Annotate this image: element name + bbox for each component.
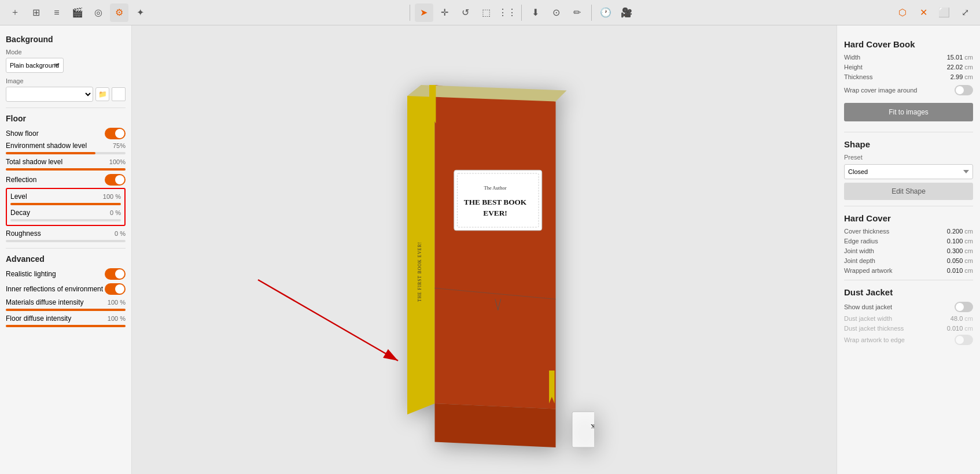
roughness-value: 0 % [115,230,126,237]
wrapped-artwork-label: Wrapped artwork [844,267,893,274]
total-shadow-slider[interactable] [6,168,126,171]
menu-btn[interactable]: ≡ [47,3,66,22]
front-label: The Author THE BEST BOOK EVER! [454,170,542,231]
hard-cover-title: Hard Cover [844,213,973,223]
height-row: Height 22.02 cm [844,64,973,71]
thickness-row: Thickness 2.99 cm [844,73,973,80]
reflection-label: Reflection [6,176,36,184]
dust-jacket-thickness-row: Dust jacket thickness 0.010 cm [844,325,973,332]
realistic-lighting-toggle[interactable] [105,268,126,280]
fit-to-images-btn[interactable]: Fit to images [844,103,973,121]
rdivider1 [844,132,973,132]
camera-btn[interactable]: 🎥 [617,3,636,22]
level-slider[interactable] [10,203,121,205]
target-btn[interactable]: ◎ [89,3,108,22]
width-row: Width 15.01 cm [844,54,973,61]
show-floor-row: Show floor [6,128,126,139]
layout-btn[interactable]: ⊞ [27,3,45,22]
zoom-btn[interactable]: ⊙ [547,3,566,22]
materials-diffuse-slider[interactable] [6,309,126,311]
cover-thickness-value: 0.200 cm [947,228,973,235]
highlight-box: Level 100 % Decay 0 % [6,188,126,226]
joint-width-value: 0.300 cm [947,247,973,254]
folder-btn[interactable]: 📁 [95,87,109,101]
reflection-toggle[interactable] [105,174,126,186]
dust-jacket-width-value: 48.0 cm [950,315,973,322]
cursor-btn[interactable]: ➤ [415,3,433,22]
book-title: Hard Cover Book [844,39,973,49]
label-title-2: EVER! [483,209,507,217]
wrap-artwork-label: Wrap artwork to edge [844,336,905,343]
dust-jacket-width-row: Dust jacket width 48.0 cm [844,315,973,322]
toolbar: ＋ ⊞ ≡ 🎬 ◎ ⚙ ✦ ➤ ✛ ↺ ⬚ ⋮⋮ ⬇ ⊙ ✏ 🕐 🎥 ⬡ ✕ ⬜… [0,0,980,25]
wrap-artwork-toggle[interactable] [955,335,973,345]
floor-diffuse-slider[interactable] [6,325,126,327]
level-row: Level 100 % [10,192,121,201]
sep2 [521,5,522,21]
rdivider3 [844,280,973,280]
decay-label: Decay [10,209,30,217]
width-label: Width [844,54,860,61]
fd-fill [6,325,126,327]
book-front [435,85,556,409]
divider2 [6,248,126,249]
clock-btn[interactable]: 🕐 [596,3,615,22]
edge-radius-row: Edge radius 0.100 cm [844,238,973,245]
canvas-area[interactable]: The Author THE BEST BOOK EVER! THE FIRST… [132,25,837,474]
expand-btn[interactable]: ⤢ [956,3,974,22]
inner-reflections-row: Inner reflections of environment [6,283,126,295]
height-label: Height [844,64,863,71]
screen-btn[interactable]: ⬚ [477,3,496,22]
book-bottom-face [435,403,556,447]
wrapped-artwork-row: Wrapped artwork 0.010 cm [844,267,973,274]
total-shadow-row: Total shadow level 100% [6,158,126,166]
roughness-label: Roughness [6,229,41,238]
dust-jacket-toggle[interactable] [955,302,973,312]
wrap-artwork-row: Wrap artwork to edge [844,335,973,345]
brightness-btn[interactable]: ✦ [131,3,149,22]
image-dropdown[interactable] [6,87,93,102]
ribbon-top [429,85,436,124]
floor-diffuse-row: Floor diffuse intensity 100 % [6,314,126,323]
show-floor-toggle[interactable] [105,128,126,139]
wrap-toggle[interactable] [955,85,973,95]
image-row: 📁 [6,87,126,102]
rotate-btn[interactable]: ↺ [456,3,475,22]
show-dust-jacket-label: Show dust jacket [844,303,892,310]
joint-depth-label: Joint depth [844,257,875,264]
window-btn[interactable]: ⬜ [935,3,953,22]
wrap-row: Wrap cover image around [844,85,973,95]
mode-dropdown[interactable]: Plain background [6,58,64,73]
settings-btn[interactable]: ⚙ [110,3,128,22]
edge-radius-value: 0.100 cm [947,238,973,245]
materials-diffuse-value: 100 % [108,299,126,306]
total-shadow-fill [6,168,126,171]
preset-label: Preset [844,154,973,161]
left-panel: Background Mode Plain background Image 📁… [0,25,132,474]
wrapped-artwork-value: 0.010 cm [947,267,973,274]
rdivider2 [844,206,973,206]
preset-dropdown[interactable]: Closed [844,164,973,179]
env-shadow-slider[interactable] [6,152,126,154]
import-btn[interactable]: ⬇ [526,3,545,22]
inner-reflections-toggle[interactable] [105,283,126,295]
video-btn[interactable]: 🎬 [68,3,87,22]
advanced-title: Advanced [6,254,126,264]
edit-shape-btn[interactable]: Edit Shape [844,183,973,200]
close-orange-btn[interactable]: ✕ [914,3,933,22]
edge-radius-label: Edge radius [844,238,878,245]
book-svg: The Author THE BEST BOOK EVER! THE FIRST… [374,47,594,452]
color-swatch[interactable] [112,87,126,101]
width-value: 15.01 cm [947,54,973,61]
cube-btn[interactable]: ⬡ [893,3,912,22]
decay-slider[interactable] [10,219,121,221]
draw-btn[interactable]: ✏ [568,3,587,22]
dust-jacket-width-label: Dust jacket width [844,315,892,322]
add-btn[interactable]: ＋ [6,3,24,22]
toolbar-right: ⬡ ✕ ⬜ ⤢ [893,3,974,22]
roughness-slider[interactable] [6,240,126,242]
nodes-btn[interactable]: ⋮⋮ [498,3,517,22]
move-btn[interactable]: ✛ [436,3,454,22]
sep1 [410,5,410,21]
total-shadow-label: Total shadow level [6,158,62,166]
